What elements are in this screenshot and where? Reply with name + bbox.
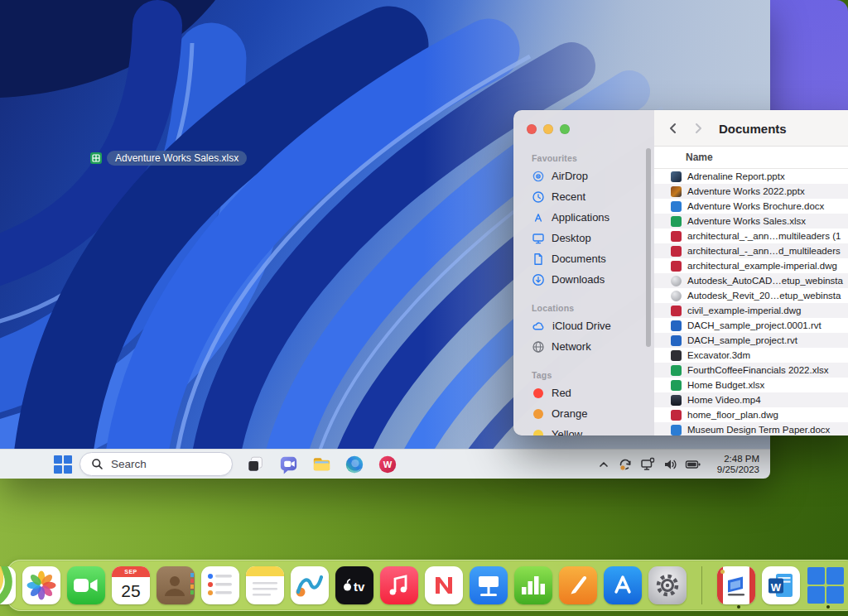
section-title: Tags — [513, 365, 654, 383]
dock-item-app-partial[interactable] — [0, 566, 16, 604]
zoom-window-button[interactable] — [560, 124, 570, 134]
dock-item-music[interactable] — [380, 566, 418, 604]
dock-item-keynote[interactable] — [470, 566, 508, 604]
dock-item-windows-11[interactable] — [807, 566, 845, 604]
dock-item-reminders[interactable] — [201, 566, 239, 604]
dock-item-pages[interactable] — [559, 566, 597, 604]
file-row[interactable]: civil_example-imperial.dwg — [654, 303, 848, 318]
sidebar-item-documents[interactable]: Documents — [513, 248, 654, 269]
tray-chevron-up-icon[interactable] — [595, 457, 612, 472]
dock-item-news[interactable] — [425, 566, 463, 604]
sidebar-item-recent[interactable]: Recent — [513, 186, 654, 207]
file-name: Museum Design Term Paper.docx — [687, 425, 830, 435]
close-window-button[interactable] — [527, 124, 537, 134]
file-row[interactable]: DACH_sample_project.0001.rvt — [654, 318, 848, 333]
w-app-icon: W — [377, 454, 398, 475]
excel-file-icon — [89, 152, 103, 165]
dock-item-apple-tv[interactable]: tv — [335, 566, 373, 604]
file-name: Adventure Works 2022.pptx — [687, 186, 805, 196]
dock-item-freeform[interactable] — [291, 566, 329, 604]
forward-button[interactable] — [691, 121, 706, 136]
sidebar-scrollbar[interactable] — [646, 148, 651, 347]
sidebar-item-airdrop[interactable]: AirDrop — [513, 166, 654, 186]
chat-button[interactable] — [274, 451, 302, 478]
taskbar-clock[interactable]: 2:48 PM 9/25/2023 — [711, 454, 759, 475]
svg-text:tv: tv — [354, 580, 365, 594]
file-row[interactable]: FourthCoffeeFinancials 2022.xlsx — [654, 363, 848, 378]
dock-item-facetime[interactable] — [67, 566, 105, 604]
sidebar-item-icloud-drive[interactable]: iCloud Drive — [513, 315, 654, 336]
document-icon — [532, 253, 545, 266]
file-name: Excavator.3dm — [687, 350, 750, 360]
sidebar-item-applications[interactable]: Applications — [513, 207, 654, 228]
sidebar-item-tag-orange[interactable]: Orange — [513, 403, 654, 424]
tray-battery-icon[interactable] — [683, 456, 703, 473]
start-button[interactable] — [51, 453, 75, 476]
windows-11-icon — [807, 566, 845, 604]
keynote-icon — [470, 566, 508, 604]
clock-icon — [532, 190, 545, 204]
calendar-day: 25 — [112, 577, 150, 604]
file-row[interactable]: Adventure Works Brochure.docx — [654, 199, 848, 214]
dock-item-photos[interactable] — [22, 566, 60, 604]
taskbar-search[interactable]: Search — [80, 452, 233, 476]
dock-item-system-settings[interactable] — [648, 566, 687, 604]
dock-item-app-store[interactable] — [604, 566, 642, 604]
yellow-tag-icon — [533, 430, 543, 436]
file-row[interactable]: Adventure Works Sales.xlsx — [654, 214, 848, 229]
file-row[interactable]: Adventure Works 2022.pptx — [654, 184, 848, 199]
sidebar-item-tag-yellow[interactable]: Yellow — [513, 424, 654, 436]
minimize-window-button[interactable] — [543, 124, 553, 134]
windows-start-icon — [54, 455, 72, 474]
partial-app-icon — [0, 566, 16, 604]
file-row[interactable]: architectural_-_ann…multileaders (1 — [654, 229, 848, 243]
back-button[interactable] — [666, 121, 681, 136]
sidebar-item-label: Network — [552, 340, 591, 353]
finder-sidebar: Favourites AirDrop Recent — [513, 110, 654, 436]
dock-item-contacts[interactable] — [157, 566, 195, 604]
file-row[interactable]: Museum Design Term Paper.docx — [654, 422, 848, 436]
file-icon — [671, 171, 682, 182]
notes-icon — [246, 566, 284, 604]
sidebar-section-locations: Locations iCloud Drive Network — [513, 298, 654, 357]
tray-sync-update-icon[interactable] — [616, 456, 634, 473]
file-explorer-button[interactable] — [307, 451, 335, 478]
pages-icon — [559, 566, 597, 604]
file-row[interactable]: home_floor_plan.dwg — [654, 407, 848, 422]
file-row[interactable]: DACH_sample_project.rvt — [654, 333, 848, 348]
edge-button[interactable] — [340, 451, 369, 478]
sidebar-item-desktop[interactable]: Desktop — [513, 228, 654, 248]
file-row[interactable]: Adrenaline Report.pptx — [654, 169, 848, 184]
w-app-button[interactable]: W — [373, 451, 402, 478]
tray-display-connect-icon[interactable] — [638, 456, 657, 473]
dock-item-calendar[interactable]: SEP 25 — [112, 566, 150, 604]
edge-icon — [344, 454, 365, 475]
word-icon: W — [762, 566, 800, 604]
task-view-button[interactable] — [241, 451, 269, 478]
calendar-month: SEP — [112, 566, 150, 577]
sidebar-item-downloads[interactable]: Downloads — [513, 269, 654, 290]
applications-icon — [532, 211, 545, 224]
search-label: Search — [111, 458, 147, 470]
dock-item-numbers[interactable] — [514, 566, 552, 604]
tray-volume-icon[interactable] — [661, 456, 679, 473]
orange-tag-icon — [533, 409, 543, 419]
column-header-row[interactable]: Name — [654, 147, 848, 169]
file-row[interactable]: architectural_example-imperial.dwg — [654, 258, 848, 273]
file-row[interactable]: architectural_-_ann…d_multileaders — [654, 243, 848, 258]
file-row[interactable]: Home Video.mp4 — [654, 392, 848, 407]
dock-item-parallels-desktop[interactable] — [717, 566, 755, 604]
file-row[interactable]: Home Budget.xlsx — [654, 378, 848, 392]
sidebar-item-tag-red[interactable]: Red — [513, 383, 654, 403]
sidebar-item-label: Desktop — [552, 232, 591, 244]
file-row[interactable]: Excavator.3dm — [654, 348, 848, 363]
cloud-icon — [532, 320, 546, 333]
file-row[interactable]: Autodesk_AutoCAD…etup_webinsta — [654, 273, 848, 288]
dragged-file[interactable]: Adventure Works Sales.xlsx — [89, 151, 247, 166]
file-icon — [671, 261, 682, 272]
sidebar-item-network[interactable]: Network — [513, 336, 654, 357]
file-row[interactable]: Autodesk_Revit_20…etup_webinsta — [654, 288, 848, 303]
dock-item-notes[interactable] — [246, 566, 284, 604]
file-list: Adrenaline Report.pptx Adventure Works 2… — [654, 169, 848, 436]
dock-item-word[interactable]: W — [762, 566, 800, 604]
